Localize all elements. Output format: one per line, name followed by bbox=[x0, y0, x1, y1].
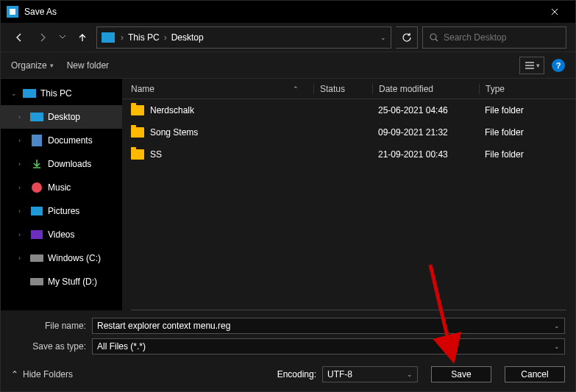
svg-rect-0 bbox=[10, 9, 15, 15]
pictures-icon bbox=[30, 205, 43, 217]
sidebar: ⌄ This PC › Desktop › Documents › Downlo… bbox=[1, 79, 122, 310]
encoding-label: Encoding: bbox=[277, 369, 316, 379]
documents-icon bbox=[30, 135, 43, 146]
chevron-right-icon[interactable]: › bbox=[18, 113, 26, 121]
file-row[interactable]: SS 21-09-2021 00:43 File folder bbox=[122, 143, 575, 165]
chevron-right-icon[interactable]: › bbox=[18, 207, 26, 215]
search-icon bbox=[429, 32, 439, 43]
file-name-input[interactable] bbox=[97, 321, 554, 331]
hide-folders-button[interactable]: ⌃ Hide Folders bbox=[11, 369, 73, 379]
file-name-label: File name: bbox=[11, 321, 92, 331]
folder-icon bbox=[131, 127, 144, 138]
titlebar: Save As bbox=[1, 1, 575, 23]
sidebar-item-drive-d[interactable]: My Stuff (D:) bbox=[1, 270, 122, 293]
new-folder-button[interactable]: New folder bbox=[67, 60, 109, 71]
save-type-label: Save as type: bbox=[11, 341, 92, 352]
svg-point-1 bbox=[430, 34, 436, 40]
sidebar-item-videos[interactable]: › Videos bbox=[1, 223, 122, 246]
chevron-down-icon: ▾ bbox=[50, 62, 54, 69]
file-row[interactable]: Song Stems 09-09-2021 21:32 File folder bbox=[122, 121, 575, 143]
sidebar-item-downloads[interactable]: › Downloads bbox=[1, 152, 122, 176]
chevron-right-icon[interactable]: › bbox=[18, 231, 26, 238]
column-header-date[interactable]: Date modified bbox=[372, 84, 479, 94]
help-button[interactable]: ? bbox=[552, 59, 565, 72]
refresh-button[interactable] bbox=[396, 26, 418, 49]
address-bar[interactable]: › This PC › Desktop ⌄ bbox=[96, 26, 391, 49]
chevron-down-icon[interactable]: ⌄ bbox=[11, 90, 18, 97]
downloads-icon bbox=[30, 158, 43, 170]
bottom-panel: File name: ⌄ Save as type: All Files (*.… bbox=[1, 310, 575, 391]
breadcrumb-current[interactable]: Desktop bbox=[170, 31, 205, 44]
list-icon bbox=[525, 61, 535, 70]
videos-icon bbox=[30, 229, 43, 240]
chevron-right-icon[interactable]: › bbox=[18, 160, 26, 168]
forward-button[interactable] bbox=[33, 28, 52, 47]
close-button[interactable] bbox=[540, 1, 569, 23]
sidebar-item-documents[interactable]: › Documents bbox=[1, 129, 122, 152]
file-row[interactable]: Nerdschalk 25-06-2021 04:46 File folder bbox=[122, 99, 575, 121]
back-button[interactable] bbox=[10, 28, 29, 47]
search-box[interactable] bbox=[422, 26, 566, 49]
column-headers: Name ⌃ Status Date modified Type bbox=[122, 79, 575, 99]
sidebar-item-this-pc[interactable]: ⌄ This PC bbox=[1, 82, 122, 105]
chevron-up-icon: ⌃ bbox=[11, 369, 18, 379]
save-button[interactable]: Save bbox=[431, 366, 491, 382]
nav-bar: › This PC › Desktop ⌄ bbox=[1, 23, 575, 52]
desktop-icon bbox=[30, 111, 43, 123]
chevron-down-icon: ⌄ bbox=[554, 343, 560, 350]
cancel-button[interactable]: Cancel bbox=[505, 366, 565, 382]
music-icon bbox=[30, 182, 43, 193]
folder-icon bbox=[131, 105, 144, 115]
encoding-select[interactable]: UTF-8 ⌄ bbox=[322, 366, 418, 382]
file-name-field[interactable]: ⌄ bbox=[92, 318, 565, 334]
search-input[interactable] bbox=[444, 32, 560, 43]
chevron-right-icon: › bbox=[121, 32, 124, 43]
toolbar: Organize ▾ New folder ▾ ? bbox=[1, 52, 575, 79]
body-area: ⌄ This PC › Desktop › Documents › Downlo… bbox=[1, 79, 575, 310]
folder-icon bbox=[131, 149, 144, 160]
column-header-type[interactable]: Type bbox=[479, 84, 575, 94]
breadcrumb-root[interactable]: This PC bbox=[127, 31, 161, 44]
column-header-status[interactable]: Status bbox=[313, 84, 372, 94]
pc-icon bbox=[23, 88, 36, 99]
chevron-down-icon: ⌄ bbox=[407, 371, 413, 378]
save-type-select[interactable]: All Files (*.*) ⌄ bbox=[92, 338, 565, 354]
chevron-right-icon[interactable]: › bbox=[18, 137, 26, 144]
app-icon bbox=[7, 6, 18, 18]
organize-menu[interactable]: Organize ▾ bbox=[11, 60, 54, 71]
up-button[interactable] bbox=[73, 28, 92, 47]
chevron-down-icon[interactable]: ⌄ bbox=[380, 34, 386, 41]
file-list: Nerdschalk 25-06-2021 04:46 File folder … bbox=[122, 99, 575, 310]
save-as-dialog: Save As › This PC › Desktop ⌄ bbox=[0, 0, 576, 392]
chevron-down-icon[interactable]: ⌄ bbox=[554, 322, 560, 329]
chevron-right-icon[interactable]: › bbox=[18, 184, 26, 191]
sidebar-item-drive-c[interactable]: › Windows (C:) bbox=[1, 246, 122, 270]
chevron-down-icon: ▾ bbox=[536, 62, 540, 69]
column-header-name[interactable]: Name ⌃ bbox=[131, 84, 313, 94]
sidebar-item-pictures[interactable]: › Pictures bbox=[1, 199, 122, 223]
chevron-right-icon[interactable]: › bbox=[18, 254, 26, 262]
history-dropdown[interactable] bbox=[57, 28, 68, 47]
file-list-panel: Name ⌃ Status Date modified Type Nerdsch… bbox=[122, 79, 575, 310]
view-options-button[interactable]: ▾ bbox=[519, 57, 544, 74]
sidebar-item-desktop[interactable]: › Desktop bbox=[1, 105, 122, 129]
sidebar-item-music[interactable]: › Music bbox=[1, 176, 122, 199]
pc-icon bbox=[102, 32, 115, 43]
drive-icon bbox=[30, 276, 43, 288]
chevron-right-icon: › bbox=[164, 32, 167, 43]
sort-indicator-icon: ⌃ bbox=[293, 85, 299, 93]
window-title: Save As bbox=[24, 7, 540, 17]
drive-icon bbox=[30, 252, 43, 264]
